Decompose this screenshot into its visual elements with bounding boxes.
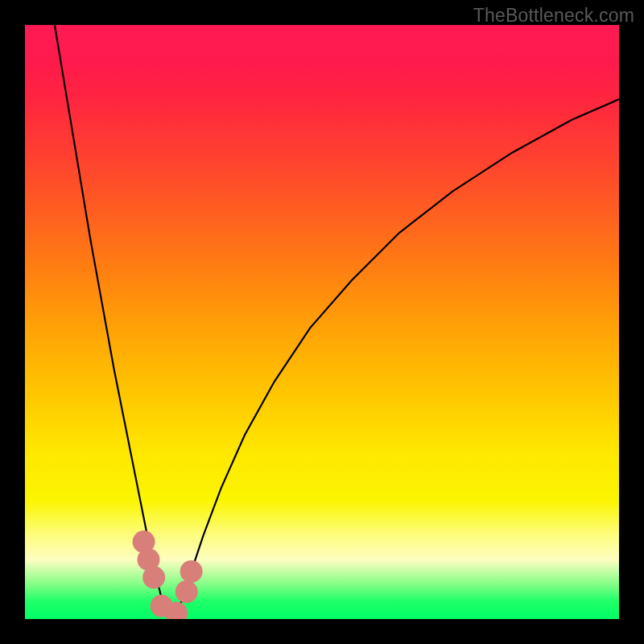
data-marker <box>180 560 203 583</box>
marker-layer <box>25 25 619 619</box>
data-marker <box>142 566 165 588</box>
data-marker <box>175 580 198 603</box>
watermark-text: TheBottleneck.com <box>473 5 634 27</box>
plot-area <box>25 25 619 619</box>
plot-frame <box>25 25 619 619</box>
